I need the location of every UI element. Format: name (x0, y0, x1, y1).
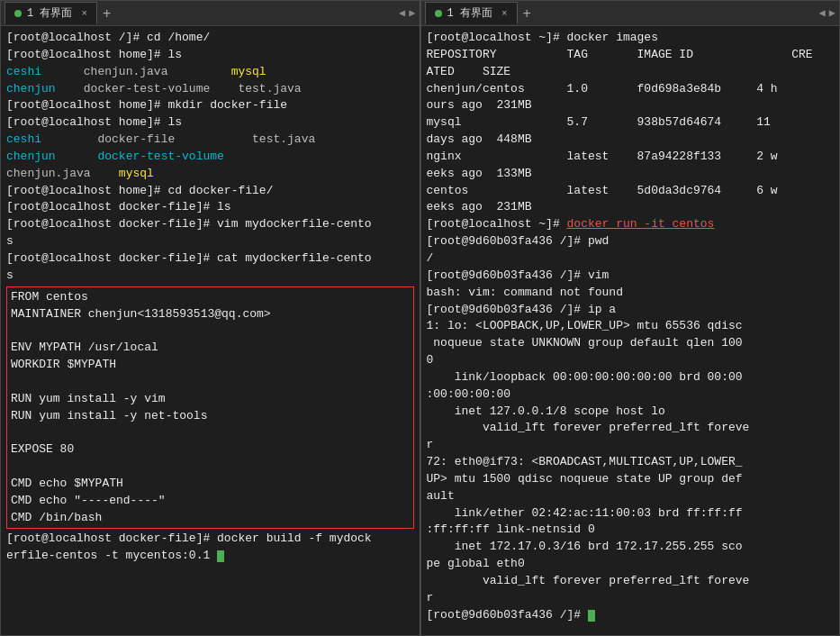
left-pane: 1 有界面 × + ◀ ▶ [root@localhost /]# cd /ho… (0, 0, 420, 636)
right-tab-add[interactable]: + (518, 5, 537, 22)
left-tab-bar: 1 有界面 × + ◀ ▶ (1, 1, 420, 26)
r-line-11: eeks ago 231MB (427, 199, 835, 216)
r-line-29: link/ether 02:42:ac:11:00:03 brd ff:ff:f… (427, 505, 835, 522)
right-terminal[interactable]: [root@localhost ~]# docker images REPOSI… (421, 26, 840, 635)
r-line-9: eeks ago 133MB (427, 166, 835, 183)
line-8: chenjun docker-test-volume (6, 149, 414, 166)
main-container: 1 有界面 × + ◀ ▶ [root@localhost /]# cd /ho… (0, 0, 840, 636)
line-14: [root@localhost docker-file]# cat mydock… (6, 250, 414, 268)
right-pane: 1 有界面 × + ◀ ▶ [root@localhost ~]# docker… (420, 0, 841, 636)
left-arrow-right[interactable]: ▶ (409, 6, 415, 20)
left-tab-close[interactable]: × (81, 8, 87, 19)
line-1: [root@localhost /]# cd /home/ (6, 30, 414, 47)
r-line-4: chenjun/centos 1.0 f0d698a3e84b 4 h (427, 81, 835, 98)
right-arrow-left[interactable]: ◀ (819, 6, 826, 20)
line-5: [root@localhost home]# mkdir docker-file (6, 97, 414, 114)
r-line-15: [root@9d60b03fa436 /]# vim (427, 268, 835, 285)
cursor (217, 550, 224, 562)
right-tab-close[interactable]: × (501, 8, 508, 19)
left-tab-add[interactable]: + (97, 5, 116, 22)
df-blank-2 (11, 374, 410, 391)
r-line-12: [root@localhost ~]# docker run -it cento… (427, 216, 835, 233)
df-line-10: CMD /bin/bash (11, 510, 410, 527)
r-line-20: 0 (427, 352, 835, 369)
r-line-23: inet 127.0.0.1/8 scope host lo (427, 404, 835, 421)
r-line-30: :ff:ff:ff link-netnsid 0 (427, 522, 835, 539)
line-15: s (6, 268, 414, 285)
r-line-21: link/loopback 00:00:00:00:00:00 brd 00:0… (427, 369, 835, 386)
right-tab-active[interactable]: 1 有界面 × (425, 2, 518, 24)
df-line-2: MAINTAINER chenjun<1318593513@qq.com> (11, 306, 410, 323)
r-line-27: UP> mtu 1500 qdisc noqueue state UP grou… (427, 471, 835, 488)
r-line-19: noqueue state UNKNOWN group default qlen… (427, 335, 835, 352)
r-line-28: ault (427, 488, 835, 505)
df-blank-4 (11, 459, 410, 476)
line-3: ceshi chenjun.java mysql (6, 64, 414, 81)
r-line-6: mysql 5.7 938b57d64674 11 (427, 114, 835, 132)
right-tab-label: 1 有界面 (447, 5, 492, 21)
r-line-1: [root@localhost ~]# docker images (427, 30, 835, 47)
line-11: [root@localhost docker-file]# ls (6, 199, 414, 216)
r-line-24: valid_lft forever preferred_lft foreve (427, 420, 835, 437)
df-line-8: CMD echo $MYPATH (11, 476, 410, 493)
r-line-34: r (427, 590, 835, 607)
line-10: [root@localhost home]# cd docker-file/ (6, 183, 414, 200)
r-line-25: r (427, 437, 835, 454)
r-line-33: valid_lft forever preferred_lft foreve (427, 573, 835, 590)
line-9: chenjun.java mysql (6, 166, 414, 183)
docker-run-cmd: docker run -it centos (567, 217, 715, 231)
r-line-14: / (427, 250, 835, 268)
left-arrow-left[interactable]: ◀ (399, 6, 405, 20)
left-tab-label: 1 有界面 (27, 5, 72, 21)
df-line-9: CMD echo "----end----" (11, 493, 410, 510)
r-line-17: [root@9d60b03fa436 /]# ip a (427, 302, 835, 319)
left-terminal[interactable]: [root@localhost /]# cd /home/ [root@loca… (1, 26, 420, 635)
line-4: chenjun docker-test-volume test.java (6, 81, 414, 98)
r-line-8: nginx latest 87a94228f133 2 w (427, 149, 835, 166)
df-line-1: FROM centos (11, 289, 410, 306)
right-arrow-right[interactable]: ▶ (829, 6, 835, 20)
r-line-18: 1: lo: <LOOPBACK,UP,LOWER_UP> mtu 65536 … (427, 318, 835, 335)
r-line-3: ATED SIZE (427, 64, 835, 81)
left-tab-arrows: ◀ ▶ (399, 6, 415, 20)
right-cursor (588, 610, 595, 622)
df-line-3: ENV MYPATH /usr/local (11, 340, 410, 357)
df-line-6: RUN yum install -y net-tools (11, 408, 410, 425)
r-line-10: centos latest 5d0da3dc9764 6 w (427, 183, 835, 200)
df-line-5: RUN yum install -y vim (11, 391, 410, 408)
line-6: [root@localhost home]# ls (6, 114, 414, 132)
right-tab-dot (435, 10, 442, 17)
r-line-35: [root@9d60b03fa436 /]# (427, 607, 835, 624)
line-build-2: erfile-centos -t mycentos:0.1 (6, 548, 414, 565)
r-line-7: days ago 448MB (427, 132, 835, 149)
line-7: ceshi docker-file test.java (6, 132, 414, 149)
line-2: [root@localhost home]# ls (6, 47, 414, 64)
df-blank-1 (11, 323, 410, 340)
r-line-2: REPOSITORY TAG IMAGE ID CRE (427, 47, 835, 64)
r-line-26: 72: eth0@if73: <BROADCAST,MULTICAST,UP,L… (427, 454, 835, 471)
line-13: s (6, 233, 414, 250)
r-line-31: inet 172.17.0.3/16 brd 172.17.255.255 sc… (427, 539, 835, 556)
r-line-16: bash: vim: command not found (427, 285, 835, 302)
dockerfile-box: FROM centos MAINTAINER chenjun<131859351… (6, 286, 414, 530)
df-line-4: WORKDIR $MYPATH (11, 357, 410, 374)
df-line-7: EXPOSE 80 (11, 441, 410, 459)
right-tab-arrows: ◀ ▶ (819, 6, 835, 20)
df-blank-3 (11, 424, 410, 441)
tab-status-dot (14, 10, 22, 17)
r-line-5: ours ago 231MB (427, 97, 835, 114)
line-12: [root@localhost docker-file]# vim mydock… (6, 216, 414, 233)
r-line-32: pe global eth0 (427, 556, 835, 573)
left-tab-active[interactable]: 1 有界面 × (5, 2, 97, 24)
r-line-22: :00:00:00:00 (427, 386, 835, 404)
r-line-13: [root@9d60b03fa436 /]# pwd (427, 233, 835, 250)
line-build-1: [root@localhost docker-file]# docker bui… (6, 531, 414, 548)
right-tab-bar: 1 有界面 × + ◀ ▶ (421, 1, 840, 26)
